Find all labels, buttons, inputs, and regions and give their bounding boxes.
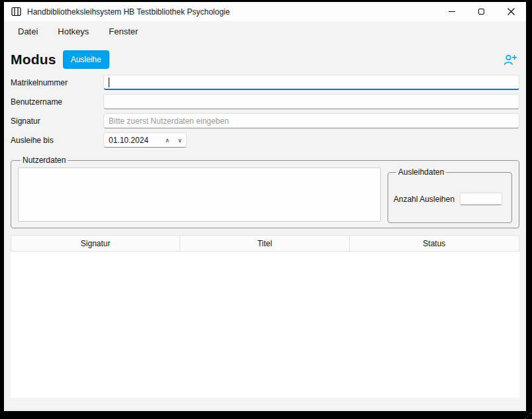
- anzahl-ausleihen-input[interactable]: [460, 193, 502, 205]
- date-decrement-button[interactable]: ∨: [174, 133, 186, 147]
- modus-heading: Modus: [11, 52, 56, 68]
- anzahl-ausleihen-label: Anzahl Ausleihen: [394, 195, 454, 204]
- signatur-label: Signatur: [11, 116, 103, 126]
- ausleihe-bis-input[interactable]: 01.10.2024 ∧ ∨: [103, 132, 187, 148]
- ausleihe-bis-value: 01.10.2024: [109, 133, 161, 147]
- maximize-button[interactable]: [466, 2, 496, 21]
- menu-item-fenster[interactable]: Fenster: [101, 23, 145, 40]
- items-table: Signatur Titel Status: [11, 235, 519, 398]
- text-caret: [109, 77, 109, 87]
- table-body: [11, 252, 519, 398]
- menu-item-hotkeys[interactable]: Hotkeys: [50, 23, 96, 40]
- matrikelnummer-label: Matrikelnummer: [11, 78, 103, 87]
- date-increment-button[interactable]: ∧: [161, 133, 174, 147]
- benutzername-input[interactable]: [103, 94, 519, 109]
- chevron-up-icon: ∧: [165, 137, 170, 144]
- modus-row: Modus Ausleihe: [11, 48, 519, 71]
- chevron-down-icon: ∨: [178, 137, 182, 144]
- signatur-input[interactable]: [103, 113, 519, 128]
- signatur-field: [103, 113, 519, 128]
- app-window: Handbibliotheksleihsystem HB Testbibliot…: [4, 2, 526, 411]
- column-header-signatur[interactable]: Signatur: [11, 236, 180, 251]
- benutzername-label: Benutzername: [11, 97, 103, 107]
- menubar: Datei Hotkeys Fenster: [4, 21, 526, 42]
- menu-item-datei[interactable]: Datei: [11, 23, 45, 40]
- nutzerdaten-group: Nutzerdaten Ausleihdaten Anzahl Ausleihe…: [11, 156, 519, 228]
- window-controls: [437, 2, 526, 21]
- app-icon: [11, 7, 21, 17]
- resize-grip[interactable]: ⋰: [524, 412, 531, 419]
- close-icon: [507, 8, 515, 15]
- loan-form: Matrikelnummer Benutzername Signatur Aus…: [11, 75, 519, 148]
- main-content: Modus Ausleihe Matrikelnummer Benutzerna…: [4, 42, 526, 411]
- add-user-button[interactable]: [502, 53, 518, 67]
- ausleihdaten-legend: Ausleihdaten: [396, 167, 446, 177]
- benutzername-field: [103, 94, 519, 109]
- matrikelnummer-field: [103, 75, 519, 90]
- ausleihdaten-group: Ausleihdaten Anzahl Ausleihen: [388, 167, 512, 223]
- nutzerdaten-legend: Nutzerdaten: [21, 156, 68, 165]
- window-title: Handbibliotheksleihsystem HB Testbibliot…: [27, 7, 230, 17]
- nutzerdaten-textbox[interactable]: [18, 167, 381, 222]
- minimize-button[interactable]: [437, 2, 466, 21]
- mode-ausleihe-button[interactable]: Ausleihe: [63, 50, 109, 69]
- column-header-titel[interactable]: Titel: [180, 236, 349, 251]
- add-user-icon: [504, 54, 517, 66]
- maximize-icon: [478, 9, 484, 15]
- close-button[interactable]: [496, 2, 526, 21]
- table-header-row: Signatur Titel Status: [11, 235, 519, 252]
- column-header-status[interactable]: Status: [350, 236, 519, 251]
- matrikelnummer-input[interactable]: [103, 75, 519, 90]
- ausleihe-bis-label: Ausleihe bis: [11, 136, 103, 145]
- minimize-icon: [449, 11, 455, 12]
- titlebar: Handbibliotheksleihsystem HB Testbibliot…: [4, 2, 526, 21]
